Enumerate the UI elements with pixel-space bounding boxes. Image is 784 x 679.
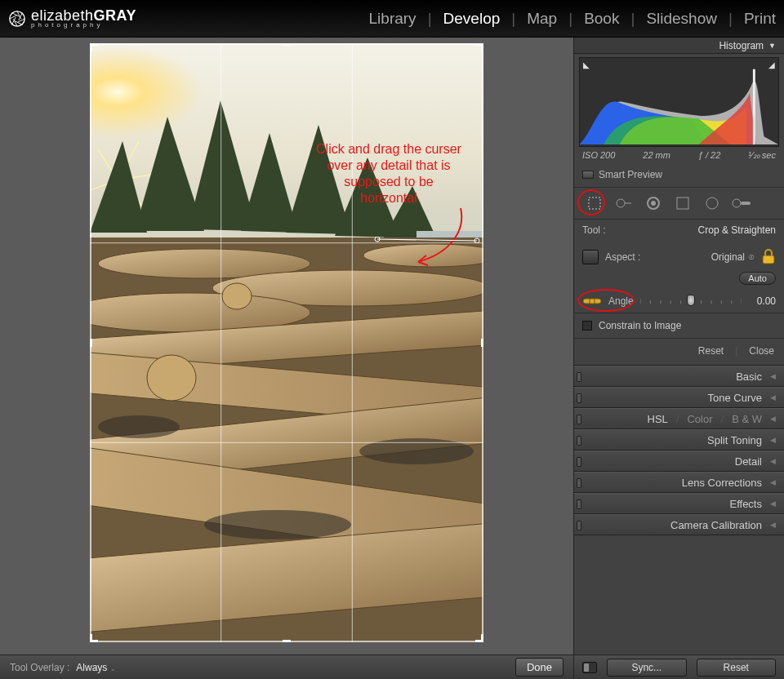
bottom-right-bar: Sync... Reset [573,655,784,679]
module-nav: Library| Develop| Map| Book| Slideshow| … [369,10,776,28]
exif-focal: 22 mm [643,150,670,161]
svg-point-30 [359,438,474,464]
angle-value: 0.00 [748,295,776,307]
level-icon[interactable] [582,295,602,308]
angle-row: Angle 0.00 [574,290,784,313]
svg-point-31 [204,510,351,539]
reset-link[interactable]: Reset [698,345,724,357]
aspect-row: Aspect : Original ⦿ [574,244,784,270]
svg-point-18 [363,244,483,267]
tool-radial[interactable] [700,193,724,214]
exif-iso: ISO 200 [582,150,615,161]
angle-slider[interactable] [640,296,742,306]
nav-print[interactable]: Print [744,10,776,28]
annotation-text: Click and drag the curser over any detai… [315,141,462,206]
bottom-left-bar: Tool Overlay : Always ⌄ Done [0,655,573,679]
histogram[interactable]: ◣◢ [579,57,779,147]
reset-close-row: Reset | Close [574,339,784,366]
brand-logo: elizabethGRAY photography [8,9,136,28]
done-button[interactable]: Done [515,658,564,677]
straighten-drag-line[interactable] [374,237,480,243]
angle-slider-thumb[interactable] [687,295,695,306]
chevron-down-icon: ▼ [768,42,776,50]
section-camera-calibration[interactable]: Camera Calibration◀ [574,514,784,535]
histogram-header[interactable]: Histogram ▼ [574,38,784,54]
exif-shutter: ¹⁄₂₀ sec [748,150,776,161]
svg-point-27 [147,355,196,401]
highlight-clip-icon[interactable]: ◢ [768,60,775,69]
smart-preview-row[interactable]: Smart Preview [574,166,784,188]
aspect-icon[interactable] [582,250,599,264]
constrain-row[interactable]: Constrain to Image [574,313,784,339]
tool-label-text: Tool : [582,224,606,236]
aspect-dropdown[interactable]: Original ⦿ [711,251,755,263]
section-detail[interactable]: Detail◀ [574,450,784,472]
aperture-icon [8,10,26,28]
svg-point-28 [222,283,252,309]
angle-label: Angle [608,295,634,307]
section-basic[interactable]: Basic◀ [574,366,784,387]
tool-crop[interactable] [582,193,607,214]
section-tone-curve[interactable]: Tone Curve◀ [574,387,784,408]
svg-point-29 [98,415,180,438]
exif-aperture: ƒ / 22 [698,150,721,161]
aspect-value: Original [711,251,745,263]
tool-redeye[interactable] [641,193,666,214]
svg-point-54 [617,199,625,207]
logo-sub: photography [31,22,136,28]
constrain-checkbox[interactable] [582,321,592,331]
section-split-toning[interactable]: Split Toning◀ [574,429,784,450]
svg-point-58 [706,197,718,209]
histogram-header-label: Histogram [719,40,764,51]
auto-button[interactable]: Auto [739,272,776,285]
reset-button[interactable]: Reset [697,659,777,677]
section-hsl[interactable]: HSL/ Color/ B & W◀ [574,408,784,429]
lock-icon[interactable] [761,249,776,265]
nav-book[interactable]: Book [584,10,619,28]
caret-icon: ⦿ [748,254,755,261]
crop-frame[interactable]: Click and drag the curser over any detai… [90,43,483,642]
aspect-label: Aspect : [605,251,640,263]
section-lens-corrections[interactable]: Lens Corrections◀ [574,472,784,493]
tool-name-text: Crop & Straighten [698,224,776,236]
shadow-clip-icon[interactable]: ◣ [583,60,590,69]
svg-rect-62 [583,299,601,304]
exif-meta: ISO 200 22 mm ƒ / 22 ¹⁄₂₀ sec [574,149,784,166]
tool-overlay-label: Tool Overlay : [10,662,69,673]
top-bar: elizabethGRAY photography Library| Devel… [0,0,784,38]
svg-line-49 [377,239,477,241]
tool-strip [574,188,784,220]
constrain-label: Constrain to Image [599,320,681,331]
nav-slideshow[interactable]: Slideshow [646,10,717,28]
before-after-toggle[interactable] [582,662,597,673]
smart-preview-label: Smart Preview [599,169,662,180]
nav-library[interactable]: Library [369,10,416,28]
tool-brush[interactable] [729,193,754,214]
svg-rect-53 [589,197,600,209]
photo-preview [90,43,483,642]
svg-point-59 [733,199,741,207]
tool-spot[interactable] [612,193,636,214]
svg-rect-52 [753,69,755,144]
section-effects[interactable]: Effects◀ [574,493,784,514]
sync-button[interactable]: Sync... [607,659,687,677]
svg-rect-61 [763,255,774,264]
svg-point-56 [651,201,656,206]
close-link[interactable]: Close [749,345,774,357]
svg-rect-60 [741,202,751,205]
tool-overlay-dropdown[interactable]: Always ⌄ [76,662,115,673]
right-panel: Histogram ▼ ◣◢ ISO 200 22 mm ƒ / 22 ¹⁄ [573,38,784,655]
smart-preview-icon [582,171,594,179]
nav-develop[interactable]: Develop [443,10,501,28]
canvas-area[interactable]: Click and drag the curser over any detai… [0,38,573,655]
tool-label-row: Tool : Crop & Straighten [574,220,784,244]
tool-gradient[interactable] [670,193,695,214]
nav-map[interactable]: Map [527,10,557,28]
svg-rect-57 [677,197,688,209]
